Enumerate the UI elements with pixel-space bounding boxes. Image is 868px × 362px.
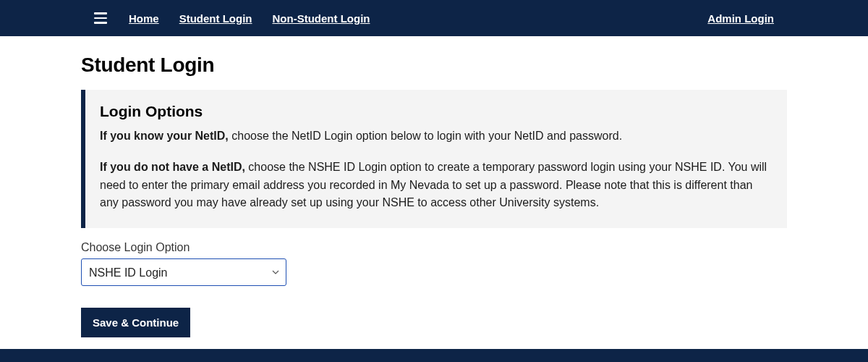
main-content: Student Login Login Options If you know … [0,36,868,337]
footer-bar [0,349,868,362]
nav-non-student-login[interactable]: Non-Student Login [273,12,370,25]
login-option-select-wrap: NSHE ID Login [81,258,286,286]
save-continue-button[interactable]: Save & Continue [81,308,190,337]
page-title: Student Login [81,54,787,77]
nav-home[interactable]: Home [129,12,159,25]
nav-admin-login[interactable]: Admin Login [707,12,774,25]
login-option-label: Choose Login Option [81,241,787,254]
info-para-2: If you do not have a NetID, choose the N… [100,159,773,212]
login-option-select[interactable]: NSHE ID Login [81,258,286,286]
nav-links: Home Student Login Non-Student Login Adm… [129,12,774,25]
navbar: Home Student Login Non-Student Login Adm… [0,0,868,36]
login-options-info-box: Login Options If you know your NetID, ch… [81,90,787,228]
info-heading: Login Options [100,103,773,120]
hamburger-menu-icon[interactable] [94,12,107,24]
info-para-1-bold: If you know your NetID, [100,130,229,142]
info-para-1-rest: choose the NetID Login option below to l… [229,130,622,142]
info-para-1: If you know your NetID, choose the NetID… [100,127,773,146]
nav-student-login[interactable]: Student Login [179,12,252,25]
info-para-2-bold: If you do not have a NetID, [100,161,245,173]
